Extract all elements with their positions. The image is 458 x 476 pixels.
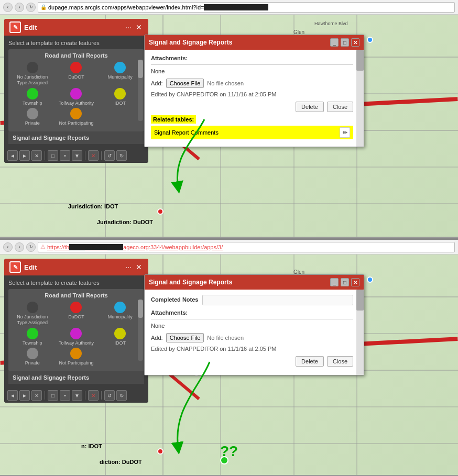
feature-tollway-2[interactable]: Tollway Authority [56, 328, 97, 346]
feature-private[interactable]: Private [12, 108, 53, 126]
dialog-header-btns-2: _ □ ✕ [330, 278, 359, 286]
completed-notes-row: Completed Notes [151, 295, 353, 305]
tool-delete-2[interactable]: ✕ [88, 390, 99, 401]
separator-2 [151, 319, 353, 319]
close-edit-btn-2[interactable]: ✕ [135, 263, 143, 271]
feature-idot[interactable]: IDOT [99, 88, 141, 106]
feature-municipality[interactable]: Municipality [99, 62, 141, 86]
dialog-scrollbar-1[interactable] [356, 50, 364, 147]
tool-shape-1[interactable]: □ [48, 150, 58, 161]
delete-btn-1[interactable]: Delete [296, 102, 324, 112]
feature-township[interactable]: Township [12, 88, 53, 106]
template-scroll-1[interactable]: No Jurisdiction Type Assigned DuDOT Muni… [12, 62, 141, 128]
road-grid-h9 [0, 406, 458, 407]
feature-tollway[interactable]: Tollway Authority [56, 88, 97, 106]
tool-undo-1[interactable]: ↺ [104, 150, 115, 161]
label-no-jurisdiction-2: No Jurisdiction Type Assigned [12, 314, 53, 326]
dialog-minimize-btn-2[interactable]: _ [330, 278, 339, 286]
refresh-button-2[interactable]: ↻ [26, 242, 36, 252]
signal-reports-row-1[interactable]: Signal and Signage Reports [8, 131, 144, 144]
tool-back-1[interactable]: ◄ [7, 150, 18, 161]
template-scroll-thumb-1 [138, 60, 143, 78]
dialog-maximize-btn-1[interactable]: □ [341, 38, 349, 47]
feature-municipality-2[interactable]: Municipality [99, 302, 141, 326]
dot-tollway-2 [70, 328, 82, 339]
tool-x-1[interactable]: ✕ [31, 150, 42, 161]
edit-panel-body-2: Select a template to create features Roa… [4, 275, 148, 388]
edit-title-2: Edit [24, 263, 37, 271]
template-scrollbar-2[interactable] [138, 300, 143, 361]
refresh-button[interactable]: ↻ [26, 3, 36, 12]
close-edit-btn-1[interactable]: ✕ [135, 23, 143, 31]
related-table-row-1[interactable]: Signal Report Comments ✏ [151, 126, 353, 139]
dialog-minimize-btn-1[interactable]: _ [330, 38, 339, 47]
choose-file-btn-1[interactable]: Choose File [166, 79, 204, 88]
feature-private-2[interactable]: Private [12, 348, 53, 366]
address-bar-2[interactable]: ⚠ https://thredactedageco.org:3344/webap… [38, 242, 455, 252]
tool-delete-1[interactable]: ✕ [88, 150, 99, 161]
feature-dudot[interactable]: DuDOT [56, 62, 97, 86]
tool-fwd-2[interactable]: ► [19, 390, 30, 401]
dialog-header-btns-1: _ □ ✕ [330, 38, 359, 47]
no-file-text-1: No file chosen [207, 80, 244, 86]
tool-undo-2[interactable]: ↺ [104, 390, 115, 401]
address-bar-1[interactable]: 🔒 dupage.maps.arcgis.com/apps/webappview… [38, 2, 455, 13]
dot-tollway [70, 88, 82, 99]
edited-by-2: Edited by CNAPPEDITOR on 11/1/16 at 2:05… [151, 346, 353, 352]
tool-redo-2[interactable]: ↻ [116, 390, 127, 401]
tool-arrow-1[interactable]: ▼ [72, 150, 82, 161]
choose-file-btn-2[interactable]: Choose File [166, 333, 204, 342]
map-1[interactable]: Glen Hawthorne Blvd Jurisdiction: IDOT J… [0, 15, 458, 238]
toolbar-sep-4 [45, 391, 45, 400]
feature-no-jurisdiction[interactable]: No Jurisdiction Type Assigned [12, 62, 53, 86]
completed-notes-label: Completed Notes [151, 296, 198, 303]
back-button-2[interactable]: ‹ [3, 242, 13, 252]
feature-not-participating[interactable]: Not Participating [56, 108, 97, 126]
dialog-footer-btns-2: Delete Close [151, 356, 353, 367]
tool-back-2[interactable]: ◄ [7, 390, 18, 401]
dot-private-2 [27, 348, 38, 359]
map-2[interactable]: Glen n: IDOT diction: DuDOT ✎ Edit ··· ✕… [0, 254, 458, 476]
more-options-btn-2[interactable]: ··· [124, 263, 133, 271]
road-trail-title-1: Road and Trail Reports [12, 52, 141, 59]
delete-btn-2[interactable]: Delete [296, 356, 324, 367]
dot-idot-2 [114, 328, 126, 339]
forward-button-2[interactable]: › [15, 242, 24, 252]
none-text-1: None [151, 68, 353, 74]
close-btn-1[interactable]: Close [327, 102, 353, 112]
forward-button[interactable]: › [15, 3, 24, 12]
dialog-close-btn-2[interactable]: ✕ [351, 278, 359, 286]
completed-notes-input[interactable] [202, 295, 353, 305]
pencil-btn-1[interactable]: ✏ [340, 127, 350, 138]
url-text-1: dupage.maps.arcgis.com/apps/webappviewer… [48, 4, 268, 10]
tool-x-2[interactable]: ✕ [31, 390, 42, 401]
template-scrollbar-1[interactable] [138, 60, 143, 121]
feature-idot-2[interactable]: IDOT [99, 328, 141, 346]
tool-shape-2[interactable]: □ [48, 390, 58, 401]
signal-reports-row-2[interactable]: Signal and Signage Reports [8, 371, 144, 384]
feature-township-2[interactable]: Township [12, 328, 53, 346]
template-scroll-2[interactable]: No Jurisdiction Type Assigned DuDOT Muni… [12, 302, 141, 368]
dialog-scrollbar-2[interactable] [356, 290, 364, 375]
close-btn-2[interactable]: Close [327, 356, 353, 367]
tool-dot-1[interactable]: • [60, 150, 70, 161]
label-no-jurisdiction: No Jurisdiction Type Assigned [12, 74, 53, 86]
tool-dot-2[interactable]: • [60, 390, 70, 401]
related-table-name-1: Signal Report Comments [154, 129, 219, 136]
label-private: Private [25, 120, 40, 126]
dialog-header-1: Signal and Signage Reports _ □ ✕ [145, 35, 364, 50]
more-options-btn-1[interactable]: ··· [124, 23, 133, 31]
back-button[interactable]: ‹ [3, 3, 13, 12]
dot-dudot-2 [70, 302, 82, 313]
attachments-label-1: Attachments: [151, 55, 353, 61]
tool-arrow-2[interactable]: ▼ [72, 390, 82, 401]
tool-redo-1[interactable]: ↻ [116, 150, 127, 161]
dialog-close-btn-1[interactable]: ✕ [351, 38, 359, 47]
toolbar-sep-6 [101, 391, 102, 400]
dialog-maximize-btn-2[interactable]: □ [341, 278, 349, 286]
feature-no-jurisdiction-2[interactable]: No Jurisdiction Type Assigned [12, 302, 53, 326]
feature-dudot-2[interactable]: DuDOT [56, 302, 97, 326]
toolbar-sep-2 [85, 151, 85, 160]
tool-fwd-1[interactable]: ► [19, 150, 30, 161]
feature-not-participating-2[interactable]: Not Participating [56, 348, 97, 366]
